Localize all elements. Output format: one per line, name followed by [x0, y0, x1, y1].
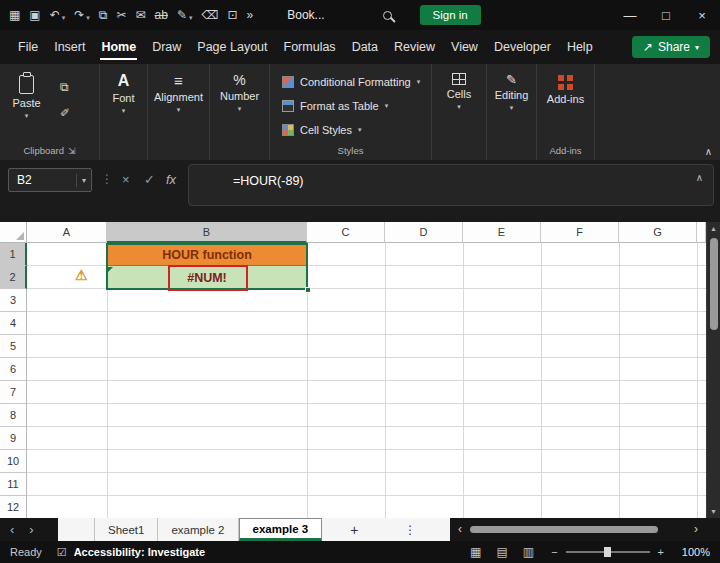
sign-in-button[interactable]: Sign in: [420, 5, 481, 25]
tab-formulas[interactable]: Formulas: [276, 31, 344, 63]
conditional-formatting-button[interactable]: Conditional Formatting ▾: [282, 72, 420, 92]
save-icon[interactable]: ▣: [29, 9, 40, 21]
row-header-3[interactable]: 3: [0, 289, 27, 312]
column-header-a[interactable]: A: [27, 222, 107, 243]
column-header-e[interactable]: E: [463, 222, 541, 243]
cut-icon[interactable]: ✂: [116, 9, 126, 21]
previous-sheet-icon[interactable]: ‹: [10, 522, 14, 537]
copy-icon[interactable]: ⧉: [60, 80, 70, 94]
pen-dropdown-icon[interactable]: ▾: [189, 14, 193, 21]
hscroll-right-icon[interactable]: ›: [694, 522, 698, 536]
row-header-1[interactable]: 1: [0, 243, 27, 266]
column-header-f[interactable]: F: [541, 222, 619, 243]
cells-button[interactable]: Cells ▾: [432, 73, 486, 111]
tab-file[interactable]: File: [10, 31, 46, 63]
cancel-entry-icon[interactable]: ×: [122, 173, 130, 186]
row-header-11[interactable]: 11: [0, 473, 27, 496]
scroll-up-icon[interactable]: ▲: [707, 225, 720, 232]
row-header-10[interactable]: 10: [0, 450, 27, 473]
page-break-view-icon[interactable]: ▥: [523, 546, 534, 558]
formula-input[interactable]: =HOUR(-89) ∧: [188, 164, 714, 206]
row-header-8[interactable]: 8: [0, 404, 27, 427]
normal-view-icon[interactable]: ▦: [470, 546, 481, 558]
sheet-tab-sheet1[interactable]: Sheet1: [94, 518, 158, 541]
cells-area[interactable]: HOUR function #NUM! ⚠: [27, 243, 706, 519]
row-header-2[interactable]: 2: [0, 266, 27, 289]
toolbar-overflow-icon[interactable]: »: [247, 9, 254, 21]
row-header-6[interactable]: 6: [0, 358, 27, 381]
undo-dropdown-icon[interactable]: ▾: [62, 14, 66, 21]
paste-dropdown-icon[interactable]: ▾: [25, 112, 29, 120]
format-painter-icon[interactable]: ✐: [60, 106, 70, 120]
tab-view[interactable]: View: [443, 31, 486, 63]
scroll-down-icon[interactable]: ▼: [707, 508, 720, 515]
tab-draw[interactable]: Draw: [144, 31, 189, 63]
search-icon[interactable]: [383, 11, 392, 20]
clipboard-dialog-launcher-icon[interactable]: ⇲: [68, 146, 76, 156]
addins-button[interactable]: Add-ins: [537, 73, 594, 105]
cell-styles-button[interactable]: Cell Styles ▾: [282, 120, 361, 140]
zoom-slider-handle[interactable]: [604, 547, 611, 557]
alignment-button[interactable]: ≡ Alignment ▾: [148, 73, 209, 114]
font-dropdown-icon[interactable]: ▾: [122, 107, 126, 115]
page-layout-view-icon[interactable]: ▤: [496, 546, 507, 558]
tab-help[interactable]: Help: [559, 31, 601, 63]
expand-formula-bar-icon[interactable]: ∧: [696, 172, 703, 183]
minimize-button[interactable]: —: [612, 0, 648, 30]
sheet-tab-example-3[interactable]: example 3: [239, 518, 323, 541]
accessibility-status[interactable]: Accessibility: Investigate: [74, 546, 205, 558]
fill-handle[interactable]: [305, 287, 311, 293]
horizontal-scroll-thumb[interactable]: [470, 526, 658, 533]
row-header-5[interactable]: 5: [0, 335, 27, 358]
zoom-slider[interactable]: [566, 551, 650, 553]
select-all-button[interactable]: [0, 222, 27, 243]
hscroll-left-icon[interactable]: ‹: [458, 522, 462, 536]
alignment-dropdown-icon[interactable]: ▾: [177, 106, 181, 114]
tab-insert[interactable]: Insert: [46, 31, 93, 63]
confirm-entry-icon[interactable]: ✓: [144, 173, 155, 186]
strikethrough-icon[interactable]: ab: [155, 9, 168, 21]
insert-function-icon[interactable]: fx: [166, 173, 176, 186]
format-as-table-button[interactable]: Format as Table ▾: [282, 96, 388, 116]
new-sheet-button[interactable]: +: [350, 522, 358, 538]
row-header-4[interactable]: 4: [0, 312, 27, 335]
tab-page-layout[interactable]: Page Layout: [189, 31, 275, 63]
close-button[interactable]: ×: [684, 0, 720, 30]
editing-button[interactable]: ✎ Editing ▾: [487, 73, 536, 112]
paste-button[interactable]: Paste ▾: [2, 73, 51, 120]
cells-dropdown-icon[interactable]: ▾: [457, 103, 461, 111]
maximize-button[interactable]: □: [648, 0, 684, 30]
column-header-c[interactable]: C: [307, 222, 385, 243]
redo-dropdown-icon[interactable]: ▾: [86, 14, 90, 21]
name-box[interactable]: B2 ▾: [8, 168, 92, 192]
vertical-scroll-thumb[interactable]: [710, 238, 718, 330]
vertical-scrollbar[interactable]: ▲ ▼: [706, 222, 720, 518]
font-button[interactable]: A Font ▾: [100, 73, 147, 115]
zoom-in-button[interactable]: +: [658, 546, 664, 558]
sheet-tab-example-2[interactable]: example 2: [158, 518, 238, 541]
draw-button[interactable]: ✎▾: [177, 9, 193, 21]
app-launcher-icon[interactable]: ▦: [9, 9, 20, 21]
row-header-9[interactable]: 9: [0, 427, 27, 450]
tab-data[interactable]: Data: [344, 31, 386, 63]
name-box-dropdown-icon[interactable]: ▾: [76, 174, 91, 187]
zoom-out-button[interactable]: −: [551, 546, 557, 558]
eraser-icon[interactable]: ⌫: [201, 9, 218, 21]
sheet-list-menu-icon[interactable]: ⋮: [404, 523, 416, 537]
editing-dropdown-icon[interactable]: ▾: [510, 104, 514, 112]
camera-icon[interactable]: ⊡: [227, 9, 237, 21]
row-header-7[interactable]: 7: [0, 381, 27, 404]
redo-button[interactable]: ↷▾: [74, 9, 90, 21]
number-button[interactable]: % Number ▾: [210, 73, 269, 113]
next-sheet-icon[interactable]: ›: [29, 522, 33, 537]
tab-review[interactable]: Review: [386, 31, 443, 63]
column-header-b[interactable]: B: [107, 222, 307, 243]
zoom-level[interactable]: 100%: [676, 546, 710, 558]
share-button[interactable]: ↗ Share ▾: [632, 36, 710, 58]
clipboard-icon[interactable]: ⧉: [99, 9, 108, 21]
row-header-12[interactable]: 12: [0, 496, 27, 519]
column-header-g[interactable]: G: [619, 222, 697, 243]
tab-developer[interactable]: Developer: [486, 31, 559, 63]
mail-icon[interactable]: ✉: [135, 9, 145, 21]
tab-home[interactable]: Home: [93, 31, 144, 63]
